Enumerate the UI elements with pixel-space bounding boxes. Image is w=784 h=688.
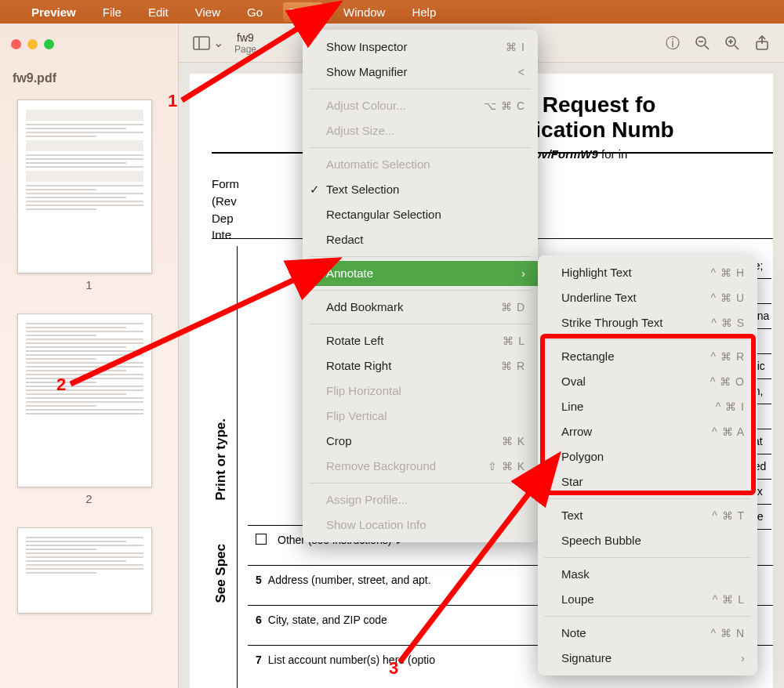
menu-assign-profile: Assign Profile...: [303, 487, 538, 512]
menu-flip-vertical: Flip Vertical: [303, 404, 538, 429]
submenu-text[interactable]: Text^ ⌘ T: [538, 503, 757, 528]
info-icon[interactable]: ⓘ: [665, 35, 681, 51]
menu-rotate-right[interactable]: Rotate Right⌘ R: [303, 353, 538, 378]
submenu-speech-bubble[interactable]: Speech Bubble: [538, 528, 757, 553]
submenu-loupe[interactable]: Loupe^ ⌘ L: [538, 587, 757, 612]
submenu-oval[interactable]: Oval^ ⌘ O: [538, 369, 757, 394]
menu-rotate-left[interactable]: Rotate Left⌘ L: [303, 328, 538, 353]
title-line-1: fw9: [234, 31, 256, 44]
menu-redact[interactable]: Redact: [303, 227, 538, 252]
menu-show-inspector[interactable]: Show Inspector⌘ I: [303, 34, 538, 60]
step-badge-1: 1: [168, 91, 177, 111]
annotate-submenu: Highlight Text^ ⌘ H Underline Text^ ⌘ U …: [538, 255, 757, 675]
row-text: City, state, and ZIP code: [268, 614, 387, 626]
minimize-window-icon[interactable]: [27, 39, 38, 49]
submenu-polygon[interactable]: Polygon: [538, 444, 757, 469]
rev-label: (Rev: [212, 193, 239, 210]
row-number: 7: [256, 654, 262, 666]
submenu-highlight-text[interactable]: Highlight Text^ ⌘ H: [538, 260, 757, 285]
submenu-line[interactable]: Line^ ⌘ I: [538, 394, 757, 419]
menubar-help[interactable]: Help: [405, 2, 442, 22]
svg-line-3: [705, 45, 709, 49]
submenu-note[interactable]: Note^ ⌘ N: [538, 621, 757, 646]
close-window-icon[interactable]: [11, 39, 21, 49]
chevron-down-icon: ⌄: [213, 35, 223, 50]
share-icon[interactable]: [754, 35, 770, 51]
traffic-lights: [0, 36, 178, 59]
step-badge-2: 2: [56, 375, 66, 395]
submenu-rectangle[interactable]: Rectangle^ ⌘ R: [538, 344, 757, 369]
page-thumbnail-1[interactable]: [17, 100, 152, 273]
menu-crop[interactable]: Crop⌘ K: [303, 429, 538, 454]
title-line-2: Page: [234, 44, 256, 55]
chevron-right-icon: ›: [521, 264, 525, 283]
menubar-window[interactable]: Window: [337, 2, 391, 22]
submenu-mask[interactable]: Mask: [538, 562, 757, 587]
submenu-underline-text[interactable]: Underline Text^ ⌘ U: [538, 285, 757, 310]
menubar-preview[interactable]: Preview: [25, 2, 82, 22]
fullscreen-window-icon[interactable]: [44, 39, 54, 49]
inte-label: Inte: [212, 226, 239, 244]
menubar-edit[interactable]: Edit: [142, 2, 175, 22]
row-number: 6: [256, 614, 262, 626]
submenu-strike-through[interactable]: Strike Through Text^ ⌘ S: [538, 310, 757, 335]
doc-left-block: Form (Rev Dep Inte: [212, 176, 239, 244]
see-spec-label: See Spec: [213, 544, 229, 603]
menubar-tools[interactable]: Tools: [283, 2, 323, 22]
submenu-signature[interactable]: Signature›: [538, 646, 757, 671]
page-number-label: 1: [17, 278, 161, 291]
document-filename: fw9.pdf: [0, 59, 178, 93]
page-thumbnail-2[interactable]: [17, 313, 152, 487]
menubar-view[interactable]: View: [189, 2, 227, 22]
checkmark-icon: ✓: [310, 180, 320, 199]
menu-remove-background: Remove Background⇧ ⌘ K: [303, 454, 538, 479]
page-number-label: 2: [17, 492, 161, 505]
menu-flip-horizontal: Flip Horizontal: [303, 378, 538, 404]
row-text: Address (number, street, and apt.: [268, 574, 431, 586]
view-mode-button[interactable]: ⌄: [193, 35, 223, 50]
document-title: fw9 Page: [234, 31, 256, 55]
step-badge-3: 3: [389, 658, 398, 679]
menu-show-location: Show Location Info: [303, 512, 538, 538]
goto-suffix: for in: [598, 147, 628, 161]
menu-annotate[interactable]: Annotate›: [303, 261, 538, 286]
menu-automatic-selection: Automatic Selection: [303, 152, 538, 177]
svg-rect-0: [194, 37, 209, 49]
chevron-right-icon: ›: [741, 649, 745, 668]
dep-label: Dep: [212, 210, 239, 227]
tools-menu: Show Inspector⌘ I Show Magnifier< Adjust…: [303, 30, 538, 542]
checkbox-icon[interactable]: [256, 534, 267, 545]
menu-add-bookmark[interactable]: Add Bookmark⌘ D: [303, 295, 538, 320]
sidebar: fw9.pdf 1 2: [0, 24, 179, 688]
page-thumbnail-3[interactable]: [17, 527, 152, 614]
menubar: Preview File Edit View Go Tools Window H…: [0, 0, 784, 24]
menubar-go[interactable]: Go: [241, 2, 269, 22]
menu-text-selection[interactable]: ✓Text Selection: [303, 177, 538, 202]
menu-rectangular-selection[interactable]: Rectangular Selection: [303, 202, 538, 227]
submenu-star[interactable]: Star: [538, 469, 757, 494]
menubar-file[interactable]: File: [96, 2, 128, 22]
submenu-arrow[interactable]: Arrow^ ⌘ A: [538, 419, 757, 444]
form-label: Form: [212, 176, 239, 193]
print-or-type-label: Print or type.: [213, 418, 229, 501]
menu-adjust-size: Adjust Size...: [303, 118, 538, 143]
zoom-out-icon[interactable]: [695, 35, 710, 51]
menu-adjust-colour: Adjust Colour...⌥ ⌘ C: [303, 93, 538, 118]
menu-show-magnifier[interactable]: Show Magnifier<: [303, 60, 538, 85]
row-number: 5: [256, 574, 262, 586]
row-text: List account number(s) here (optio: [268, 654, 435, 666]
svg-line-6: [735, 45, 739, 49]
zoom-in-icon[interactable]: [724, 35, 740, 51]
